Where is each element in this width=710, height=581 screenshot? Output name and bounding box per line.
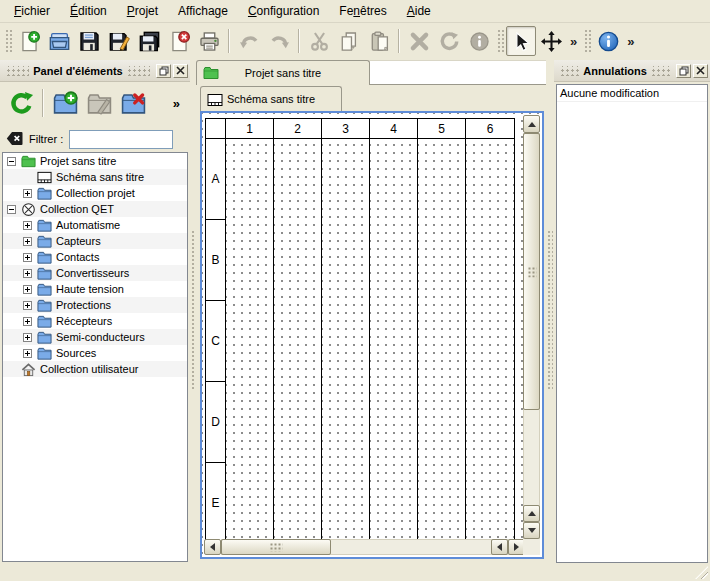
tree-item-collection-qet[interactable]: Collection QET (3, 201, 187, 217)
tree-expander[interactable] (23, 253, 32, 262)
tab-schema[interactable]: Schéma sans titre (200, 86, 342, 111)
cut-button[interactable] (304, 26, 334, 56)
dock-handle-texture[interactable] (127, 66, 150, 76)
tree-expander[interactable] (23, 301, 32, 310)
h-scrollbar-thumb[interactable] (221, 539, 331, 555)
print-button[interactable] (194, 26, 224, 56)
reload-collections-button[interactable] (4, 86, 38, 120)
tree-item-collection-utilisateur[interactable]: Collection utilisateur (3, 361, 187, 377)
right-splitter[interactable] (546, 60, 554, 563)
info-disabled-button[interactable] (464, 26, 494, 56)
close-file-button[interactable] (164, 26, 194, 56)
tree-item-projet-sans-titre[interactable]: Projet sans titre (3, 153, 187, 169)
tree-expander[interactable] (23, 285, 32, 294)
save-all-button[interactable] (134, 26, 164, 56)
diagram-column-header: 4 (370, 119, 418, 139)
tree-item-label: Collection QET (40, 203, 114, 215)
toolbar-drag-handle[interactable] (496, 28, 504, 54)
close-icon (696, 66, 705, 75)
v-scroll-up-button[interactable] (523, 115, 540, 133)
tree-item-haute-tension[interactable]: Haute tension (3, 281, 187, 297)
close-panel-button[interactable] (693, 64, 708, 78)
tree-item-automatisme[interactable]: Automatisme (3, 217, 187, 233)
menu-fenetres[interactable]: Fenêtres (329, 2, 396, 20)
tree-item-collection-projet[interactable]: Collection projet (3, 185, 187, 201)
folder-icon (36, 281, 52, 297)
v-scrollbar-thumb[interactable] (523, 133, 540, 410)
info-gray-icon (469, 31, 490, 52)
tree-expander[interactable] (23, 317, 32, 326)
tree-expander[interactable] (7, 205, 16, 214)
panel-toolbar-overflow-chevron[interactable]: » (173, 96, 180, 111)
open-button[interactable] (44, 26, 74, 56)
undo-button[interactable] (234, 26, 264, 56)
tree-item-convertisseurs[interactable]: Convertisseurs (3, 265, 187, 281)
v-scroll-up2-button[interactable] (523, 505, 540, 522)
schema-icon (207, 92, 223, 110)
toolbar-overflow-chevron[interactable]: » (566, 32, 581, 51)
tree-expander[interactable] (23, 269, 32, 278)
tree-item-sources[interactable]: Sources (3, 345, 187, 361)
select-tool-button[interactable] (506, 26, 536, 56)
menu-fichier[interactable]: Fichier (4, 2, 60, 20)
resize-grip[interactable] (695, 566, 708, 579)
menu-projet[interactable]: Projet (117, 2, 168, 20)
dock-handle-texture[interactable] (560, 66, 579, 76)
tree-expander[interactable] (23, 237, 32, 246)
diagram-cell (370, 139, 418, 220)
menu-aide[interactable]: Aide (397, 2, 441, 20)
float-panel-button[interactable] (676, 64, 691, 78)
menu-affichage[interactable]: Affichage (168, 2, 238, 20)
toolbar-drag-handle[interactable] (583, 28, 591, 54)
filter-label: Filtrer : (29, 133, 63, 145)
dock-handle-texture[interactable] (6, 66, 29, 76)
tree-expander[interactable] (7, 157, 16, 166)
tree-item-contacts[interactable]: Contacts (3, 249, 187, 265)
left-splitter[interactable] (190, 60, 196, 563)
tree-item-sche-ma-sans-titre[interactable]: Schéma sans titre (3, 169, 187, 185)
diagram-cell (226, 220, 274, 301)
tab-project[interactable]: Projet sans titre (196, 60, 370, 85)
delete-button[interactable] (404, 26, 434, 56)
toolbar-separator (42, 89, 44, 117)
menu-edition[interactable]: Édition (60, 2, 117, 20)
tree-item-protections[interactable]: Protections (3, 297, 187, 313)
paste-button[interactable] (364, 26, 394, 56)
tree-item-capteurs[interactable]: Capteurs (3, 233, 187, 249)
undo-list-item[interactable]: Aucune modification (557, 85, 707, 102)
diagram-cell (466, 220, 514, 301)
v-scroll-down-button[interactable] (523, 522, 540, 539)
tree-expander[interactable] (23, 349, 32, 358)
h-scroll-left2-button[interactable] (491, 539, 508, 555)
new-category-button[interactable] (48, 86, 82, 120)
toolbar-drag-handle[interactable] (4, 28, 12, 54)
tree-item-semi-conducteurs[interactable]: Semi-conducteurs (3, 329, 187, 345)
menu-configuration[interactable]: Configuration (238, 2, 329, 20)
schema-grid-area[interactable]: 123456ABCDE (202, 113, 542, 557)
copy-button[interactable] (334, 26, 364, 56)
filter-clear-icon[interactable] (6, 131, 23, 148)
dock-handle-texture[interactable] (651, 66, 670, 76)
toolbar-overflow-chevron[interactable]: » (623, 32, 638, 51)
rotate-button[interactable] (434, 26, 464, 56)
edit-category-button[interactable] (82, 86, 116, 120)
diagram-row-header: C (206, 301, 226, 382)
redo-button[interactable] (264, 26, 294, 56)
save-all-icon (139, 31, 160, 52)
move-tool-button[interactable] (536, 26, 566, 56)
save-as-button[interactable] (104, 26, 134, 56)
tree-item-re-cepteurs[interactable]: Récepteurs (3, 313, 187, 329)
tree-expander[interactable] (23, 221, 32, 230)
save-button[interactable] (74, 26, 104, 56)
about-button[interactable] (593, 26, 623, 56)
delete-category-button[interactable] (116, 86, 150, 120)
h-scroll-left-button[interactable] (204, 539, 221, 555)
tree-expander[interactable] (23, 333, 32, 342)
diagram-cell (466, 382, 514, 463)
filter-input[interactable] (69, 130, 173, 149)
schema-canvas[interactable]: 123456ABCDE (200, 111, 544, 559)
float-panel-button[interactable] (156, 64, 171, 78)
tree-expander[interactable] (23, 189, 32, 198)
close-panel-button[interactable] (173, 64, 188, 78)
new-document-button[interactable] (14, 26, 44, 56)
